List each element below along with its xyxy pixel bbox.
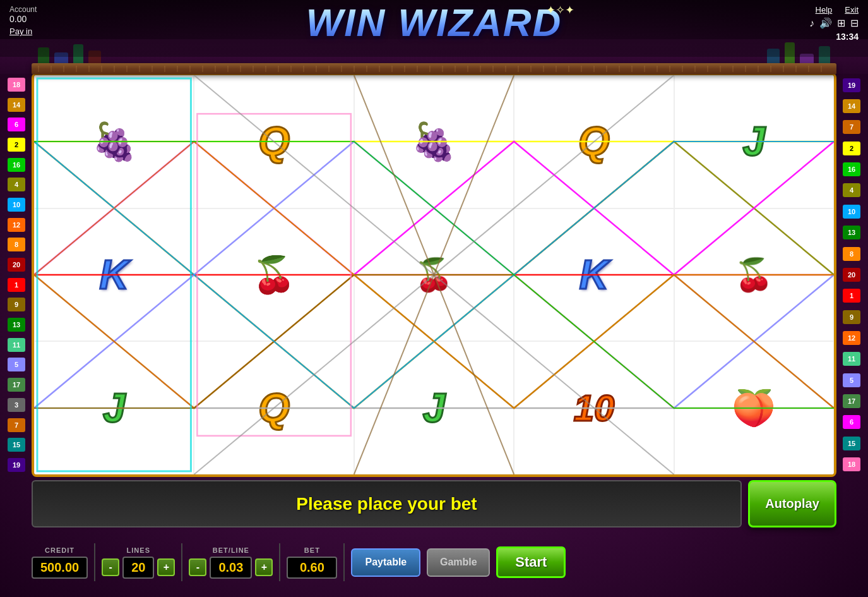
reel-cell-2-3: 10 [514,341,674,474]
reel-cell-1-0: K [34,208,194,342]
bet-value: 0.60 [287,557,337,579]
divider-2 [181,543,182,581]
line-15-right[interactable]: 15 [843,437,860,450]
line-13-right[interactable]: 13 [843,226,860,239]
line-12-left[interactable]: 12 [8,218,25,232]
line-15-left[interactable]: 15 [8,438,25,452]
title-area: WIN WIZARD ✦✧✦ [306,0,562,42]
line-11-right[interactable]: 11 [843,352,860,366]
credit-label: Credit [45,546,74,554]
account-value: 0.00 [9,14,37,24]
lines-label: Lines [127,546,150,554]
line-8-right[interactable]: 8 [843,247,860,261]
line-5-left[interactable]: 5 [8,358,25,371]
pay-in-label[interactable]: Pay in [9,27,32,36]
line-9-left[interactable]: 9 [8,298,25,311]
symbol-Q-1: Q [206,86,342,198]
line-17-right[interactable]: 17 [843,394,860,408]
line-1-right[interactable]: 1 [843,289,860,303]
start-button[interactable]: Start [496,546,566,578]
line-4-right[interactable]: 4 [843,183,860,197]
reel-cell-0-1: Q [194,75,354,208]
symbol-Q-11: Q [206,352,342,464]
line-9-right[interactable]: 9 [843,310,860,324]
reel-cell-2-0: J [34,341,194,474]
line-17-left[interactable]: 17 [8,378,25,392]
line-20-left[interactable]: 20 [8,258,25,272]
lines-controls: - 20 + [102,557,175,579]
nav-links: Help Exit [816,5,859,15]
reel-cell-2-1: Q [194,341,354,474]
help-link[interactable]: Help [816,5,833,15]
paytable-button[interactable]: Paytable [351,548,420,577]
line-20-right[interactable]: 20 [843,268,860,282]
autoplay-button[interactable]: Autoplay [748,480,836,528]
line-6-right[interactable]: 6 [843,415,860,429]
bet-line-value: 0.03 [210,557,252,579]
symbol-grape-2: 🍇 [367,86,502,198]
symbol-J-4: J [686,86,821,198]
line-12-right[interactable]: 12 [843,331,860,345]
line-19-right[interactable]: 19 [843,78,860,92]
lines-group: Lines - 20 + [102,546,175,579]
line-10-left[interactable]: 10 [8,198,25,212]
line-1-left[interactable]: 1 [8,278,25,292]
line-16-right[interactable]: 16 [843,162,860,176]
gamble-button[interactable]: Gamble [427,548,490,577]
divider-3 [279,543,280,581]
line-18-left[interactable]: 18 [8,78,25,92]
reel-cell-1-3: K [514,208,674,342]
line-2-right[interactable]: 2 [843,142,860,155]
line-7-right[interactable]: 7 [843,120,860,134]
line-13-left[interactable]: 13 [8,318,25,332]
symbol-plum-14: 🍑 [686,352,821,464]
symbol-cherry-9: 🍒 [686,219,821,330]
line-18-right[interactable]: 18 [843,457,860,471]
slot-machine: 🍇 Q 🍇 Q J K 🍒 🍒 K 🍒 J [32,73,836,477]
line-10-right[interactable]: 10 [843,205,860,219]
symbol-J-12: J [367,352,502,464]
symbol-10-13: 10 [526,352,662,464]
sparkles-icon: ✦✧✦ [546,3,574,17]
time-display: 13:34 [836,32,859,42]
fullscreen-icon[interactable]: ⊞ [837,17,845,29]
game-title: WIN WIZARD [306,0,562,42]
line-2-left[interactable]: 2 [8,138,25,152]
bet-group: Bet 0.60 [287,546,337,579]
line-5-right[interactable]: 5 [843,373,860,387]
line-14-right[interactable]: 14 [843,99,860,113]
lines-plus-button[interactable]: + [157,558,175,576]
bet-line-plus-button[interactable]: + [255,558,273,576]
bet-line-controls: - 0.03 + [189,557,273,579]
settings-icon[interactable]: ⊟ [850,17,859,29]
lines-minus-button[interactable]: - [102,558,119,576]
account-section: Account 0.00 Pay in [9,5,37,36]
credit-group: Credit 500.00 [32,546,88,579]
reel-cell-2-2: J [354,341,514,474]
top-bar: Account 0.00 Pay in WIN WIZARD ✦✧✦ Help … [0,0,868,57]
line-19-left[interactable]: 19 [8,458,25,472]
reel-cell-0-3: Q [514,75,674,208]
bet-line-minus-button[interactable]: - [189,558,206,576]
symbol-K-8: K [526,219,662,330]
reels-grid: 🍇 Q 🍇 Q J K 🍒 🍒 K 🍒 J [34,75,834,474]
line-7-left[interactable]: 7 [8,418,25,432]
lines-value: 20 [122,557,154,579]
line-4-left[interactable]: 4 [8,178,25,191]
message-bar: Please place your bet [32,480,742,528]
icon-bar: ♪ 🔊 ⊞ ⊟ [809,17,859,29]
line-16-left[interactable]: 16 [8,158,25,172]
divider-4 [343,543,345,581]
line-11-left[interactable]: 11 [8,338,25,352]
line-8-left[interactable]: 8 [8,238,25,251]
line-3-left[interactable]: 3 [8,398,25,412]
line-14-left[interactable]: 14 [8,98,25,112]
wooden-shelf [32,63,836,75]
music-icon[interactable]: ♪ [809,18,814,29]
exit-link[interactable]: Exit [845,5,859,15]
autoplay-label: Autoplay [765,497,819,511]
line-6-left[interactable]: 6 [8,118,25,131]
reel-cell-0-4: J [674,75,834,208]
sound-icon[interactable]: 🔊 [819,17,832,29]
divider-1 [94,543,95,581]
